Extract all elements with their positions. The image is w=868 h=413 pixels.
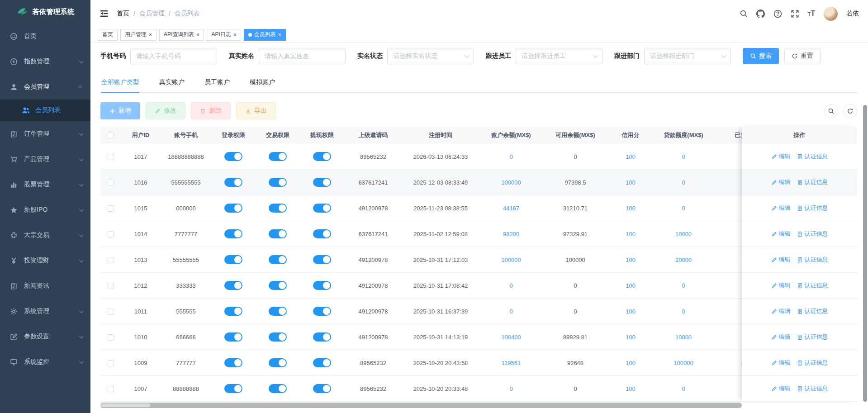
tag-用户管理[interactable]: 用户管理× — [120, 29, 157, 41]
credit-score-cell[interactable]: 100 — [607, 282, 654, 289]
withdraw-toggle[interactable] — [313, 255, 331, 264]
loan-quota-cell[interactable]: 0 — [654, 282, 713, 289]
trade-toggle[interactable] — [269, 229, 287, 238]
sidebar-item-系统管理[interactable]: 系统管理 — [0, 299, 90, 324]
credit-score-cell[interactable]: 100 — [607, 308, 654, 315]
edit-row-link[interactable]: 编辑 — [771, 256, 791, 264]
withdraw-toggle[interactable] — [313, 332, 331, 342]
row-checkbox[interactable] — [108, 283, 114, 289]
balance-cell[interactable]: 100400 — [479, 334, 543, 341]
trade-toggle[interactable] — [269, 255, 287, 264]
refresh-button[interactable] — [843, 104, 857, 118]
auth-info-link[interactable]: 认证信息 — [797, 307, 828, 315]
font-size-icon[interactable]: TT — [808, 9, 815, 18]
credit-score-cell[interactable]: 100 — [607, 231, 654, 237]
balance-cell[interactable]: 44167 — [479, 205, 543, 212]
loan-quota-cell[interactable]: 0 — [654, 153, 713, 160]
loan-quota-cell[interactable]: 10000 — [654, 231, 713, 237]
auth-info-link[interactable]: 认证信息 — [797, 204, 828, 212]
login-toggle[interactable] — [224, 358, 242, 367]
loan-quota-cell[interactable]: 10000 — [654, 334, 713, 341]
trade-toggle[interactable] — [269, 332, 287, 342]
avatar[interactable] — [824, 7, 838, 21]
跟进员工-select[interactable]: 请选择跟进员工 — [516, 48, 602, 64]
trade-toggle[interactable] — [269, 307, 287, 316]
trade-toggle[interactable] — [269, 281, 287, 290]
balance-cell[interactable]: 0 — [479, 153, 543, 160]
balance-cell[interactable]: 100000 — [479, 256, 543, 263]
跟进部门-select[interactable]: 请选择跟进部门 — [644, 48, 731, 64]
close-icon[interactable]: × — [278, 32, 281, 38]
withdraw-toggle[interactable] — [313, 384, 331, 393]
username[interactable]: 若依 — [846, 9, 859, 18]
edit-button[interactable]: 修改 — [146, 102, 185, 119]
tab-全部账户类型[interactable]: 全部账户类型 — [101, 73, 139, 92]
reset-button[interactable]: 重置 — [784, 48, 821, 64]
login-toggle[interactable] — [224, 255, 242, 264]
sidebar-item-会员列表[interactable]: 会员列表 — [0, 100, 90, 121]
row-checkbox[interactable] — [108, 386, 114, 392]
edit-row-link[interactable]: 编辑 — [771, 178, 791, 186]
balance-cell[interactable]: 98200 — [479, 231, 543, 237]
trade-toggle[interactable] — [269, 152, 287, 161]
login-toggle[interactable] — [224, 332, 242, 342]
row-checkbox[interactable] — [108, 205, 114, 212]
sidebar-item-新股IPO[interactable]: 新股IPO — [0, 197, 90, 223]
tag-会员列表[interactable]: 会员列表× — [244, 29, 286, 41]
login-toggle[interactable] — [224, 384, 242, 393]
row-checkbox[interactable] — [108, 360, 114, 366]
balance-cell[interactable]: 0 — [479, 282, 543, 289]
trade-toggle[interactable] — [269, 204, 287, 213]
credit-score-cell[interactable]: 100 — [607, 385, 654, 392]
tab-模拟账户[interactable]: 模拟账户 — [250, 73, 275, 92]
edit-row-link[interactable]: 编辑 — [771, 230, 791, 238]
app-logo[interactable]: 若依管理系统 — [0, 0, 90, 24]
withdraw-toggle[interactable] — [313, 307, 331, 316]
close-icon[interactable]: × — [149, 32, 152, 38]
sidebar-item-股票管理[interactable]: 股票管理 — [0, 172, 90, 197]
sidebar-item-首页[interactable]: 首页 — [0, 24, 90, 49]
trade-toggle[interactable] — [269, 178, 287, 187]
login-toggle[interactable] — [224, 307, 242, 316]
search-button[interactable]: 搜索 — [743, 48, 779, 64]
help-icon[interactable] — [773, 9, 782, 18]
row-checkbox[interactable] — [108, 257, 114, 263]
loan-quota-cell[interactable]: 0 — [654, 179, 713, 186]
loan-quota-cell[interactable]: 0 — [654, 205, 713, 212]
edit-row-link[interactable]: 编辑 — [771, 359, 791, 367]
credit-score-cell[interactable]: 100 — [607, 360, 654, 366]
row-checkbox[interactable] — [108, 180, 114, 186]
手机号码-input[interactable] — [130, 48, 217, 64]
sidebar-item-产品管理[interactable]: 产品管理 — [0, 147, 90, 172]
sidebar-item-指数管理[interactable]: 指数管理 — [0, 49, 90, 74]
breadcrumb-item[interactable]: 首页 — [117, 9, 129, 18]
auth-info-link[interactable]: 认证信息 — [797, 152, 828, 161]
horizontal-scrollbar[interactable] — [100, 403, 742, 408]
tag-API日志[interactable]: API日志× — [207, 29, 241, 41]
loan-quota-cell[interactable]: 0 — [654, 308, 713, 315]
toggle-search-button[interactable] — [824, 104, 838, 118]
sidebar-collapse-icon[interactable] — [100, 9, 109, 18]
auth-info-link[interactable]: 认证信息 — [797, 385, 828, 393]
tab-真实账户[interactable]: 真实账户 — [159, 73, 185, 92]
withdraw-toggle[interactable] — [313, 204, 331, 213]
withdraw-toggle[interactable] — [313, 229, 331, 238]
edit-row-link[interactable]: 编辑 — [771, 281, 791, 290]
withdraw-toggle[interactable] — [313, 281, 331, 290]
sidebar-item-投资理财[interactable]: 投资理财 — [0, 248, 90, 273]
row-checkbox[interactable] — [108, 154, 114, 160]
tab-员工账户[interactable]: 员工账户 — [204, 73, 230, 92]
balance-cell[interactable]: 0 — [479, 308, 543, 315]
edit-row-link[interactable]: 编辑 — [771, 333, 791, 341]
auth-info-link[interactable]: 认证信息 — [797, 256, 828, 264]
balance-cell[interactable]: 0 — [479, 385, 543, 392]
login-toggle[interactable] — [224, 204, 242, 213]
github-icon[interactable] — [756, 9, 765, 18]
tag-首页[interactable]: 首页 — [98, 29, 118, 41]
credit-score-cell[interactable]: 100 — [607, 153, 654, 160]
auth-info-link[interactable]: 认证信息 — [797, 178, 828, 186]
auth-info-link[interactable]: 认证信息 — [797, 359, 828, 367]
sidebar-item-参数设置[interactable]: 参数设置 — [0, 324, 90, 349]
delete-button[interactable]: 删除 — [191, 102, 231, 119]
credit-score-cell[interactable]: 100 — [607, 334, 654, 341]
